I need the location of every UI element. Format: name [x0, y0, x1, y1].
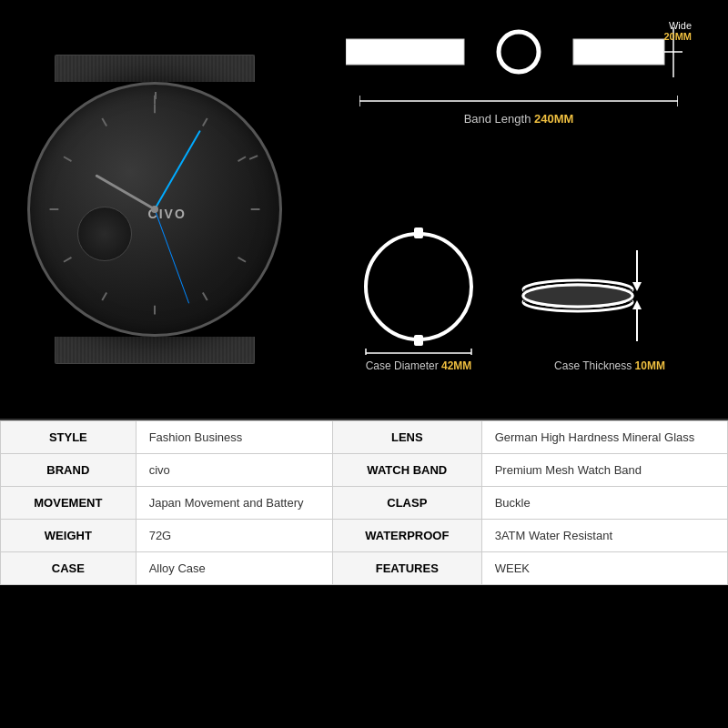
- case-front-diagram: Case Diameter 42MM: [337, 218, 500, 372]
- svg-line-3: [238, 258, 246, 262]
- spec-label: WEIGHT: [1, 520, 136, 552]
- diagram-area: Wide 20MM Band Length 240MM: [309, 0, 728, 419]
- svg-line-7: [64, 258, 71, 262]
- band-length-line: Band Length 240MM: [359, 92, 678, 126]
- svg-marker-31: [632, 300, 642, 309]
- band-length-label: Band Length 240MM: [359, 112, 678, 126]
- svg-line-4: [203, 293, 207, 300]
- spec-label: CASE: [1, 552, 136, 585]
- top-section: CIVO: [0, 0, 728, 419]
- svg-point-15: [499, 32, 539, 72]
- watch-face: CIVO: [27, 82, 282, 337]
- svg-marker-29: [632, 282, 642, 291]
- wide-label: Wide 20MM: [663, 20, 692, 42]
- case-diameter-label: Case Diameter 42MM: [366, 359, 472, 372]
- table-row: WEIGHT72GWATERPROOF3ATM Water Resistant: [1, 520, 728, 552]
- spec-value: Alloy Case: [136, 552, 332, 585]
- spec-value: WEEK: [481, 552, 727, 585]
- spec-value: 3ATM Water Resistant: [481, 520, 727, 552]
- svg-point-22: [366, 234, 471, 339]
- band-diagram: Wide 20MM Band Length 240MM: [328, 18, 710, 127]
- crown: [281, 202, 282, 217]
- watch-image-area: CIVO: [0, 0, 309, 419]
- svg-rect-14: [346, 39, 464, 65]
- case-diagrams: Case Diameter 42MM: [328, 218, 710, 400]
- svg-line-13: [238, 157, 246, 161]
- spec-label: WATERPROOF: [332, 520, 481, 552]
- svg-rect-16: [573, 39, 664, 65]
- table-row: BRANDcivoWATCH BANDPremium Mesh Watch Ba…: [1, 454, 728, 487]
- svg-rect-24: [414, 335, 423, 346]
- spec-label: WATCH BAND: [332, 454, 481, 487]
- spec-label: STYLE: [1, 421, 136, 454]
- svg-line-9: [64, 157, 71, 161]
- table-row: MOVEMENTJapan Movement and BatteryCLASPB…: [1, 487, 728, 520]
- spec-label: CLASP: [332, 487, 481, 520]
- band-bottom: [55, 337, 255, 364]
- specs-table: STYLEFashion BusinessLENSGerman High Har…: [0, 420, 728, 585]
- spec-value: civo: [136, 454, 332, 487]
- spec-label: MOVEMENT: [1, 487, 136, 520]
- spec-label: LENS: [332, 421, 481, 454]
- svg-line-12: [203, 118, 207, 126]
- svg-rect-23: [414, 228, 423, 238]
- case-thickness-diagram: Case Thickness 10MM: [519, 237, 701, 372]
- svg-line-1: [249, 153, 258, 162]
- spec-value: Buckle: [481, 487, 727, 520]
- spec-value: 72G: [136, 520, 332, 552]
- spec-label: BRAND: [1, 454, 136, 487]
- table-row: STYLEFashion BusinessLENSGerman High Har…: [1, 421, 728, 454]
- spec-value: Premium Mesh Watch Band: [481, 454, 727, 487]
- svg-line-6: [102, 293, 106, 300]
- spec-label: FEATURES: [332, 552, 481, 585]
- spec-value: Fashion Business: [136, 421, 332, 454]
- band-top: [55, 55, 255, 82]
- svg-line-10: [102, 118, 106, 126]
- case-thickness-label: Case Thickness 10MM: [554, 359, 665, 372]
- table-row: CASEAlloy CaseFEATURESWEEK: [1, 552, 728, 585]
- watch-container: CIVO: [27, 55, 282, 364]
- svg-point-37: [523, 285, 632, 307]
- center-dot: [151, 206, 158, 213]
- spec-value: Japan Movement and Battery: [136, 487, 332, 520]
- band-diagram-svg: [346, 18, 692, 86]
- specs-table-section: STYLEFashion BusinessLENSGerman High Har…: [0, 419, 728, 585]
- spec-value: German High Hardness Mineral Glass: [481, 421, 727, 454]
